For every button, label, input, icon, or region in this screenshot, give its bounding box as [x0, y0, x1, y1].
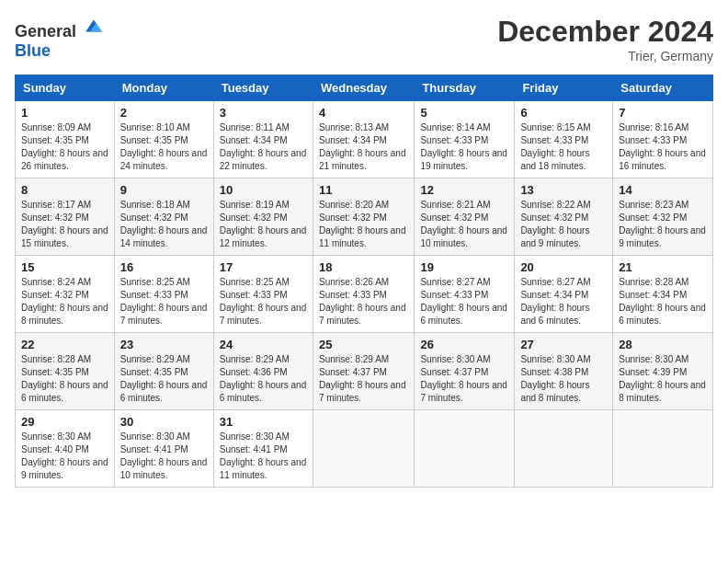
day-info: Sunrise: 8:19 AM Sunset: 4:32 PM Dayligh… — [220, 199, 307, 250]
day-number: 16 — [120, 260, 208, 274]
day-number: 27 — [520, 338, 607, 351]
calendar-cell: 23 Sunrise: 8:29 AM Sunset: 4:35 PM Dayl… — [114, 333, 213, 410]
weekday-header-thursday: Thursday — [415, 75, 515, 101]
calendar-week-row: 15 Sunrise: 8:24 AM Sunset: 4:32 PM Dayl… — [16, 256, 713, 333]
day-info: Sunrise: 8:13 AM Sunset: 4:34 PM Dayligh… — [319, 121, 408, 173]
calendar-week-row: 8 Sunrise: 8:17 AM Sunset: 4:32 PM Dayli… — [16, 178, 713, 256]
day-info: Sunrise: 8:15 AM Sunset: 4:33 PM Dayligh… — [520, 121, 607, 173]
day-info: Sunrise: 8:25 AM Sunset: 4:33 PM Dayligh… — [220, 276, 307, 327]
calendar-cell: 29 Sunrise: 8:30 AM Sunset: 4:40 PM Dayl… — [16, 410, 115, 488]
logo-icon — [83, 15, 105, 37]
calendar-cell: 10 Sunrise: 8:19 AM Sunset: 4:32 PM Dayl… — [213, 178, 313, 256]
day-number: 29 — [21, 415, 108, 429]
weekday-header-friday: Friday — [515, 75, 613, 101]
calendar-cell: 13 Sunrise: 8:22 AM Sunset: 4:32 PM Dayl… — [515, 178, 613, 256]
calendar-cell: 5 Sunrise: 8:14 AM Sunset: 4:33 PM Dayli… — [415, 101, 515, 178]
day-info: Sunrise: 8:30 AM Sunset: 4:41 PM Dayligh… — [220, 431, 307, 482]
day-info: Sunrise: 8:29 AM Sunset: 4:37 PM Dayligh… — [319, 353, 408, 405]
day-number: 24 — [220, 338, 307, 351]
day-number: 6 — [520, 106, 607, 120]
day-number: 3 — [220, 106, 307, 120]
calendar-cell: 26 Sunrise: 8:30 AM Sunset: 4:37 PM Dayl… — [415, 333, 515, 410]
day-info: Sunrise: 8:30 AM Sunset: 4:41 PM Dayligh… — [120, 431, 208, 482]
day-info: Sunrise: 8:18 AM Sunset: 4:32 PM Dayligh… — [120, 199, 208, 250]
calendar-cell: 16 Sunrise: 8:25 AM Sunset: 4:33 PM Dayl… — [114, 256, 213, 333]
weekday-header-sunday: Sunday — [16, 75, 115, 101]
calendar-cell: 9 Sunrise: 8:18 AM Sunset: 4:32 PM Dayli… — [114, 178, 213, 256]
calendar-cell: 20 Sunrise: 8:27 AM Sunset: 4:34 PM Dayl… — [515, 256, 613, 333]
day-info: Sunrise: 8:30 AM Sunset: 4:37 PM Dayligh… — [420, 353, 508, 405]
day-info: Sunrise: 8:30 AM Sunset: 4:39 PM Dayligh… — [619, 353, 707, 405]
calendar-cell: 18 Sunrise: 8:26 AM Sunset: 4:33 PM Dayl… — [313, 256, 414, 333]
calendar-cell: 7 Sunrise: 8:16 AM Sunset: 4:33 PM Dayli… — [613, 101, 713, 178]
day-info: Sunrise: 8:25 AM Sunset: 4:33 PM Dayligh… — [120, 276, 208, 327]
calendar-cell: 21 Sunrise: 8:28 AM Sunset: 4:34 PM Dayl… — [613, 256, 713, 333]
calendar-cell: 8 Sunrise: 8:17 AM Sunset: 4:32 PM Dayli… — [16, 178, 115, 256]
day-number: 25 — [319, 338, 408, 351]
title-section: December 2024 Trier, Germany — [497, 15, 713, 63]
calendar-cell: 4 Sunrise: 8:13 AM Sunset: 4:34 PM Dayli… — [313, 101, 414, 178]
day-info: Sunrise: 8:24 AM Sunset: 4:32 PM Dayligh… — [21, 276, 108, 327]
day-number: 1 — [21, 106, 108, 120]
day-info: Sunrise: 8:14 AM Sunset: 4:33 PM Dayligh… — [420, 121, 508, 173]
day-info: Sunrise: 8:28 AM Sunset: 4:34 PM Dayligh… — [619, 276, 707, 327]
day-number: 17 — [220, 260, 307, 274]
day-info: Sunrise: 8:30 AM Sunset: 4:40 PM Dayligh… — [21, 431, 108, 482]
calendar-week-row: 29 Sunrise: 8:30 AM Sunset: 4:40 PM Dayl… — [16, 410, 713, 488]
day-info: Sunrise: 8:28 AM Sunset: 4:35 PM Dayligh… — [21, 353, 108, 405]
calendar-cell: 14 Sunrise: 8:23 AM Sunset: 4:32 PM Dayl… — [613, 178, 713, 256]
calendar-cell — [313, 410, 414, 488]
calendar-cell: 24 Sunrise: 8:29 AM Sunset: 4:36 PM Dayl… — [213, 333, 313, 410]
day-number: 4 — [319, 106, 408, 120]
day-info: Sunrise: 8:27 AM Sunset: 4:34 PM Dayligh… — [520, 276, 607, 327]
logo-text: General Blue — [15, 15, 105, 61]
day-number: 10 — [220, 183, 307, 197]
month-year-title: December 2024 — [497, 15, 713, 49]
calendar-cell: 28 Sunrise: 8:30 AM Sunset: 4:39 PM Dayl… — [613, 333, 713, 410]
day-info: Sunrise: 8:30 AM Sunset: 4:38 PM Dayligh… — [520, 353, 607, 405]
day-number: 11 — [319, 183, 408, 197]
weekday-header-monday: Monday — [114, 75, 213, 101]
logo: General Blue — [15, 15, 105, 61]
calendar-cell: 11 Sunrise: 8:20 AM Sunset: 4:32 PM Dayl… — [313, 178, 414, 256]
calendar-cell: 15 Sunrise: 8:24 AM Sunset: 4:32 PM Dayl… — [16, 256, 115, 333]
day-number: 19 — [420, 260, 508, 274]
calendar-cell: 27 Sunrise: 8:30 AM Sunset: 4:38 PM Dayl… — [515, 333, 613, 410]
calendar-cell — [415, 410, 515, 488]
calendar-cell: 2 Sunrise: 8:10 AM Sunset: 4:35 PM Dayli… — [114, 101, 213, 178]
day-number: 8 — [21, 183, 108, 197]
calendar-cell: 12 Sunrise: 8:21 AM Sunset: 4:32 PM Dayl… — [415, 178, 515, 256]
calendar-cell: 3 Sunrise: 8:11 AM Sunset: 4:34 PM Dayli… — [213, 101, 313, 178]
day-info: Sunrise: 8:16 AM Sunset: 4:33 PM Dayligh… — [619, 121, 707, 173]
day-info: Sunrise: 8:26 AM Sunset: 4:33 PM Dayligh… — [319, 276, 408, 327]
weekday-header-wednesday: Wednesday — [313, 75, 414, 101]
weekday-header-saturday: Saturday — [613, 75, 713, 101]
calendar-table: SundayMondayTuesdayWednesdayThursdayFrid… — [15, 75, 713, 488]
day-number: 2 — [120, 106, 208, 120]
day-info: Sunrise: 8:10 AM Sunset: 4:35 PM Dayligh… — [120, 121, 208, 173]
day-info: Sunrise: 8:23 AM Sunset: 4:32 PM Dayligh… — [619, 199, 707, 250]
day-number: 28 — [619, 338, 707, 351]
calendar-week-row: 22 Sunrise: 8:28 AM Sunset: 4:35 PM Dayl… — [16, 333, 713, 410]
weekday-header-tuesday: Tuesday — [213, 75, 313, 101]
day-number: 21 — [619, 260, 707, 274]
day-number: 9 — [120, 183, 208, 197]
day-info: Sunrise: 8:11 AM Sunset: 4:34 PM Dayligh… — [220, 121, 307, 173]
day-info: Sunrise: 8:20 AM Sunset: 4:32 PM Dayligh… — [319, 199, 408, 250]
calendar-cell: 30 Sunrise: 8:30 AM Sunset: 4:41 PM Dayl… — [114, 410, 213, 488]
calendar-cell: 31 Sunrise: 8:30 AM Sunset: 4:41 PM Dayl… — [213, 410, 313, 488]
day-info: Sunrise: 8:29 AM Sunset: 4:36 PM Dayligh… — [220, 353, 307, 405]
calendar-cell: 1 Sunrise: 8:09 AM Sunset: 4:35 PM Dayli… — [16, 101, 115, 178]
day-number: 30 — [120, 415, 208, 429]
day-number: 22 — [21, 338, 108, 351]
calendar-cell: 19 Sunrise: 8:27 AM Sunset: 4:33 PM Dayl… — [415, 256, 515, 333]
day-number: 23 — [120, 338, 208, 351]
day-number: 7 — [619, 106, 707, 120]
day-info: Sunrise: 8:22 AM Sunset: 4:32 PM Dayligh… — [520, 199, 607, 250]
weekday-header-row: SundayMondayTuesdayWednesdayThursdayFrid… — [16, 75, 713, 101]
day-number: 15 — [21, 260, 108, 274]
day-number: 13 — [520, 183, 607, 197]
day-info: Sunrise: 8:27 AM Sunset: 4:33 PM Dayligh… — [420, 276, 508, 327]
calendar-cell: 6 Sunrise: 8:15 AM Sunset: 4:33 PM Dayli… — [515, 101, 613, 178]
day-number: 12 — [420, 183, 508, 197]
